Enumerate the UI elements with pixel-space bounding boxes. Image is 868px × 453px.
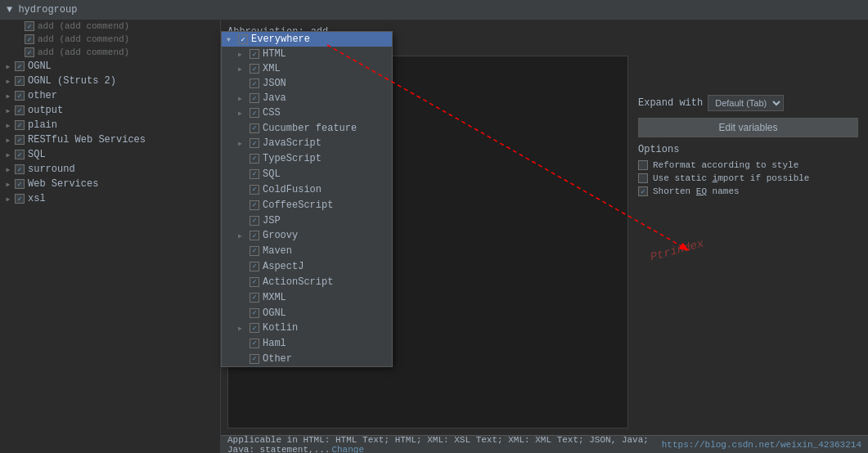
list-item[interactable]: add (add commend) [0,46,220,59]
dd-checkbox[interactable]: ✓ [250,231,259,240]
list-item[interactable]: SQL [0,147,220,162]
item-checkbox[interactable] [15,61,25,71]
dd-checkbox[interactable]: ✓ [250,262,259,271]
list-item[interactable]: xsl [0,191,220,206]
list-item[interactable]: output [0,103,220,118]
arrow-icon [3,61,13,71]
dropdown-item-coffeescript[interactable]: ▶ ✓ CoffeeScript [222,197,392,213]
dd-checkbox[interactable]: ✓ [250,123,259,133]
item-checkbox[interactable] [25,21,34,31]
item-label: plain [28,119,57,131]
sidebar: add (add commend) add (add commend) add … [0,20,221,453]
dd-checkbox[interactable]: ✓ [250,64,259,74]
right-options-panel: Expand with Default (Tab) Edit variables… [635,26,861,428]
dd-checkbox[interactable]: ✓ [250,138,259,148]
dropdown-item-sql[interactable]: ▶ ✓ SQL [222,166,392,182]
dropdown-item-json[interactable]: ▶ ✓ JSON [222,76,392,91]
dd-checkbox[interactable]: ✓ [250,78,259,88]
item-checkbox[interactable] [15,120,25,130]
dropdown-item-everywhere[interactable]: ▼ ✓ Everywhere [222,32,392,47]
dd-checkbox[interactable]: ✓ [250,169,259,179]
dd-checkbox[interactable]: ✓ [250,185,259,195]
list-item[interactable]: add (add commend) [0,20,220,33]
dropdown-item-actionscript[interactable]: ▶ ✓ ActionScript [222,274,392,289]
dd-checkbox[interactable]: ✓ [250,108,259,118]
dropdown-label: ColdFusion [263,184,322,195]
arrow-icon [3,194,13,204]
item-checkbox[interactable] [15,150,25,159]
dropdown-item-cucumber[interactable]: ▶ ✓ Cucumber feature [222,120,392,136]
item-checkbox[interactable] [25,47,34,57]
dd-checkbox[interactable]: ✓ [250,154,259,164]
dropdown-label: Haml [263,338,286,349]
dropdown-item-javascript[interactable]: ▶ ✓ JavaScript [222,136,392,150]
dropdown-item-groovy[interactable]: ▶ ✓ Groovy [222,228,392,243]
item-checkbox[interactable] [15,135,25,145]
dd-checkbox[interactable]: ✓ [250,354,259,364]
dropdown-item-typescript[interactable]: ▶ ✓ TypeScript [222,150,392,166]
item-label: add (add commend) [38,21,129,31]
dropdown-item-java[interactable]: ▶ ✓ Java [222,91,392,105]
expand-label: Expand with [638,97,703,109]
dd-checkbox[interactable]: ✓ [238,34,248,44]
arrow-icon [3,135,13,145]
dd-checkbox[interactable]: ✓ [250,293,259,303]
list-item[interactable]: OGNL [0,59,220,74]
dd-checkbox[interactable]: ✓ [250,200,259,210]
status-bar: Applicable in HTML: HTML Text; HTML; XML… [221,435,868,453]
dropdown-label: Maven [263,245,292,257]
arrow-icon [3,105,13,115]
dd-checkbox[interactable]: ✓ [250,246,259,256]
dropdown-item-jsp[interactable]: ▶ ✓ JSP [222,213,392,228]
item-checkbox[interactable] [15,179,25,189]
sidebar-item-surround[interactable]: surround [0,162,220,177]
list-item[interactable]: plain [0,118,220,132]
dropdown-item-kotlin[interactable]: ▶ ✓ Kotlin [222,321,392,335]
dd-checkbox[interactable]: ✓ [250,339,259,348]
dd-checkbox[interactable]: ✓ [250,277,259,287]
item-label: other [28,90,57,101]
expand-select[interactable]: Default (Tab) [708,95,784,111]
dropdown-label: XML [263,63,281,74]
arrow-icon [3,120,13,130]
dd-checkbox[interactable]: ✓ [250,216,259,226]
sidebar-item-other[interactable]: other [0,88,220,103]
option-checkbox-3[interactable]: ✓ [638,186,648,196]
dropdown-label: Cucumber feature [263,123,357,134]
option-checkbox-1[interactable] [638,160,648,170]
dropdown-item-xml[interactable]: ▶ ✓ XML [222,61,392,76]
expand-row: Expand with Default (Tab) [638,95,858,111]
dropdown-item-ognl[interactable]: ▶ ✓ OGNL [222,305,392,321]
arrow-icon [3,76,13,86]
option-row: Use static import if possible [638,173,858,183]
item-checkbox[interactable] [15,164,25,174]
dropdown-item-other[interactable]: ▶ ✓ Other [222,351,392,366]
dropdown-label: AspectJ [263,261,304,272]
list-item[interactable]: add (add commend) [0,33,220,46]
dropdown-item-css[interactable]: ▶ ✓ CSS [222,105,392,120]
sidebar-item-restful[interactable]: RESTful Web Services [0,132,220,147]
dropdown-item-mxml[interactable]: ▶ ✓ MXML [222,289,392,305]
dd-checkbox[interactable]: ✓ [250,93,259,103]
list-item[interactable]: OGNL (Struts 2) [0,74,220,88]
option-checkbox-2[interactable] [638,173,648,183]
item-label: output [28,105,63,116]
item-checkbox[interactable] [15,105,25,115]
edit-variables-button[interactable]: Edit variables [638,118,858,137]
sidebar-item-webservices[interactable]: Web Services [0,177,220,191]
dd-checkbox[interactable]: ✓ [250,49,259,59]
item-checkbox[interactable] [15,76,25,86]
dd-checkbox[interactable]: ✓ [250,308,259,318]
dropdown-item-aspectj[interactable]: ▶ ✓ AspectJ [222,258,392,274]
item-checkbox[interactable] [15,194,25,204]
item-checkbox[interactable] [15,91,25,101]
dropdown-item-coldfusion[interactable]: ▶ ✓ ColdFusion [222,182,392,197]
change-link[interactable]: Change [331,445,364,454]
item-label: add (add commend) [38,34,129,44]
dd-checkbox[interactable]: ✓ [250,323,259,333]
dropdown-item-html[interactable]: ▶ ✓ HTML [222,47,392,61]
dropdown-item-maven[interactable]: ▶ ✓ Maven [222,243,392,258]
dropdown-item-haml[interactable]: ▶ ✓ Haml [222,335,392,351]
item-checkbox[interactable] [25,34,34,44]
dropdown-label: JSP [263,215,281,226]
